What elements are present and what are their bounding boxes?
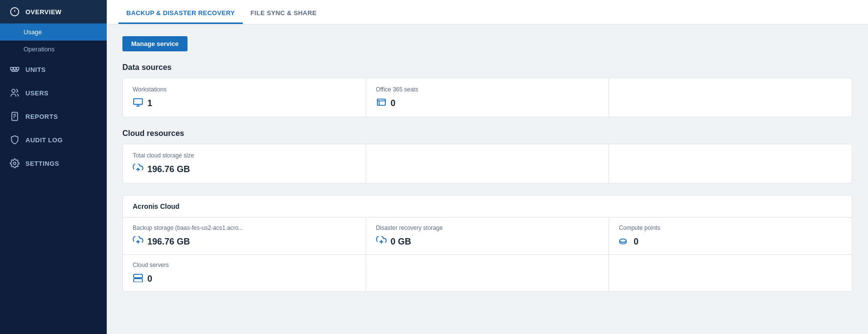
svg-rect-3 [11, 67, 13, 70]
data-sources-title: Data sources [122, 63, 852, 72]
total-cloud-label: Total cloud storage size [133, 152, 356, 159]
svg-point-10 [12, 89, 15, 93]
sidebar-item-settings-label: SETTINGS [25, 160, 59, 167]
sidebar-item-units[interactable]: UNITS [0, 58, 107, 81]
server-icon [133, 273, 143, 285]
dr-storage-value: 0 GB [391, 237, 411, 247]
svg-rect-16 [134, 99, 142, 105]
manage-service-button[interactable]: Manage service [122, 36, 188, 51]
cloud-resources-empty-2 [609, 144, 852, 183]
cloud-resources-cards: Total cloud storage size 196.76 GB [122, 144, 852, 183]
acronis-cloud-section: Acronis Cloud Backup storage (baas-fes-u… [122, 195, 852, 292]
acronis-cloud-header: Acronis Cloud [123, 196, 852, 218]
compute-points-label: Compute points [619, 224, 842, 231]
cloud-storage-icon [133, 164, 143, 175]
sidebar-item-users[interactable]: USERS [0, 81, 107, 105]
tabs-bar: BACKUP & DISASTER RECOVERY FILE SYNC & S… [107, 0, 868, 24]
cloud-dr-icon [376, 236, 387, 247]
acronis-row-2: Cloud servers 0 [123, 255, 852, 291]
backup-storage-value: 196.76 GB [147, 237, 190, 247]
cloud-resources-title: Cloud resources [122, 129, 852, 138]
settings-icon [10, 158, 20, 168]
workstations-value: 1 [147, 98, 152, 109]
tab-filesync[interactable]: FILE SYNC & SHARE [243, 2, 325, 24]
sidebar: OVERVIEW Usage Operations UNITS USERS RE… [0, 0, 107, 334]
office365-label: Office 365 seats [376, 86, 599, 93]
datasources-empty-card [609, 78, 852, 117]
data-sources-cards: Workstations 1 Office 365 seats 0 [122, 78, 852, 117]
svg-rect-4 [14, 67, 16, 70]
coins-icon [619, 236, 630, 247]
cloud-up-icon [133, 236, 143, 247]
sidebar-item-reports-label: REPORTS [25, 113, 58, 120]
content-area: Manage service Data sources Workstations… [107, 24, 868, 334]
compute-points-value: 0 [633, 237, 638, 247]
office365-card: Office 365 seats 0 [366, 78, 610, 117]
users-icon [10, 88, 20, 98]
sidebar-item-usage-label: Usage [23, 28, 42, 36]
workstations-card: Workstations 1 [123, 78, 366, 117]
cloud-resources-empty-1 [366, 144, 610, 183]
monitor-icon [133, 98, 143, 109]
total-cloud-value: 196.76 GB [147, 164, 190, 175]
acronis-row-1: Backup storage (baas-fes-us2-acs1.acro..… [123, 218, 852, 255]
office-icon [376, 98, 387, 109]
cloud-servers-value: 0 [147, 274, 152, 284]
sidebar-item-operations-label: Operations [23, 45, 55, 53]
office365-value: 0 [391, 98, 396, 109]
reports-icon [10, 111, 20, 121]
sidebar-item-usage[interactable]: Usage [0, 23, 107, 41]
svg-point-15 [14, 162, 16, 165]
sidebar-item-reports[interactable]: REPORTS [0, 105, 107, 128]
sidebar-item-overview-label: OVERVIEW [25, 8, 62, 16]
auditlog-icon [10, 135, 20, 145]
backup-storage-label: Backup storage (baas-fes-us2-acs1.acro..… [133, 224, 356, 231]
sidebar-item-users-label: USERS [25, 89, 48, 97]
cloud-servers-label: Cloud servers [133, 262, 356, 268]
cloud-servers-cell: Cloud servers 0 [123, 255, 366, 291]
acronis-row2-empty-1 [366, 255, 610, 291]
sidebar-item-audit-log-label: AUDIT LOG [25, 136, 63, 144]
dr-storage-cell: Disaster recovery storage 0 GB [366, 218, 610, 254]
main-content: BACKUP & DISASTER RECOVERY FILE SYNC & S… [107, 0, 868, 334]
svg-rect-23 [134, 274, 142, 278]
dr-storage-label: Disaster recovery storage [376, 224, 599, 231]
tab-backup[interactable]: BACKUP & DISASTER RECOVERY [118, 2, 243, 24]
compute-points-cell: Compute points 0 [609, 218, 852, 254]
workstations-label: Workstations [133, 86, 356, 93]
svg-rect-5 [16, 67, 19, 70]
svg-rect-19 [377, 99, 385, 106]
sidebar-item-overview[interactable]: OVERVIEW [0, 0, 107, 23]
backup-storage-cell: Backup storage (baas-fes-us2-acs1.acro..… [123, 218, 366, 254]
overview-icon [10, 7, 20, 17]
sidebar-item-operations[interactable]: Operations [0, 41, 107, 58]
acronis-cloud-grid: Backup storage (baas-fes-us2-acs1.acro..… [123, 218, 852, 291]
sidebar-item-units-label: UNITS [25, 66, 46, 73]
acronis-row2-empty-2 [609, 255, 852, 291]
sidebar-item-settings[interactable]: SETTINGS [0, 152, 107, 175]
total-cloud-storage-card: Total cloud storage size 196.76 GB [123, 144, 366, 183]
sidebar-item-audit-log[interactable]: AUDIT LOG [0, 128, 107, 152]
svg-rect-24 [134, 279, 142, 282]
units-icon [10, 65, 20, 74]
